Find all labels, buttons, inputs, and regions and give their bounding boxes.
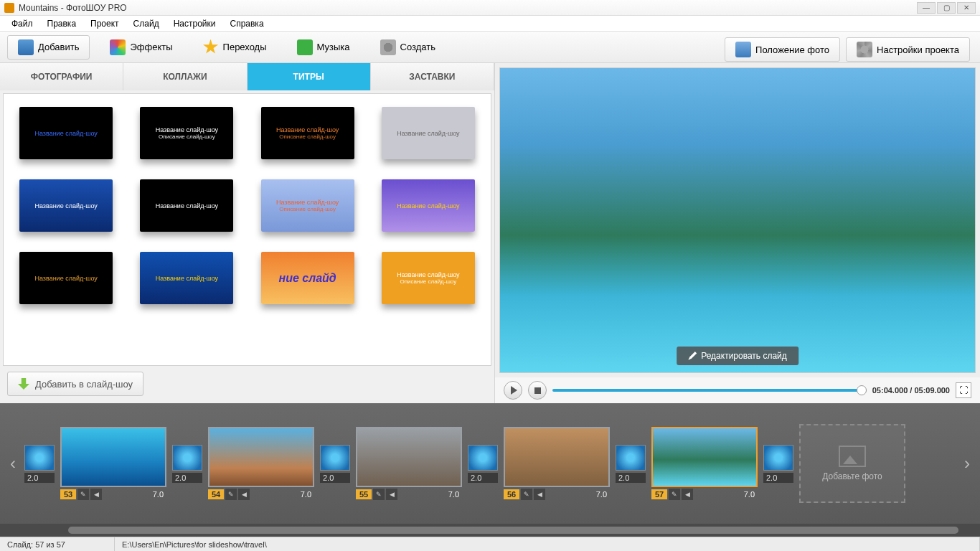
add-label: Добавить bbox=[38, 42, 79, 52]
add-button[interactable]: Добавить bbox=[7, 35, 90, 60]
transitions-button[interactable]: Переходы bbox=[193, 35, 277, 60]
minimize-button[interactable]: — bbox=[917, 2, 936, 14]
slide-thumbnail[interactable] bbox=[208, 427, 314, 487]
template-title-line: Название слайд-шоу bbox=[276, 199, 339, 206]
slide-duration: 7.0 bbox=[596, 490, 610, 499]
preview-panel: Положение фото Настройки проекта Редакти… bbox=[495, 63, 980, 403]
edit-slide-button[interactable]: Редактировать слайд bbox=[677, 347, 798, 365]
menu-help[interactable]: Справка bbox=[222, 17, 270, 30]
slide-thumbnail[interactable] bbox=[356, 427, 462, 487]
template-subtitle-line: Описание слайд-шоу bbox=[400, 278, 457, 285]
maximize-button[interactable]: ▢ bbox=[937, 2, 956, 14]
left-panel: ФОТОГРАФИИ КОЛЛАЖИ ТИТРЫ ЗАСТАВКИ Назван… bbox=[0, 63, 495, 403]
slide-sound-icon[interactable]: ◀ bbox=[534, 489, 545, 500]
title-template-9[interactable]: Название слайд-шоу bbox=[140, 252, 233, 304]
slide-sound-icon[interactable]: ◀ bbox=[682, 489, 693, 500]
title-template-1[interactable]: Название слайд-шоуОписание слайд-шоу bbox=[140, 107, 233, 159]
gear-icon bbox=[380, 39, 396, 55]
create-label: Создать bbox=[400, 42, 435, 52]
transition-duration: 2.0 bbox=[172, 473, 202, 483]
transition-thumb[interactable] bbox=[616, 445, 646, 471]
slide-edit-icon[interactable]: ✎ bbox=[669, 489, 680, 500]
transition-3: 2.0 bbox=[468, 445, 498, 483]
subtab-titles[interactable]: ТИТРЫ bbox=[248, 63, 371, 90]
slide-edit-icon[interactable]: ✎ bbox=[521, 489, 532, 500]
timeline-scrollbar[interactable] bbox=[0, 524, 980, 537]
add-photo-slot[interactable]: Добавьте фото bbox=[799, 424, 905, 503]
title-template-6[interactable]: Название слайд-шоуОписание слайд-шоу bbox=[261, 179, 354, 232]
photo-position-button[interactable]: Положение фото bbox=[725, 37, 840, 62]
slide-thumbnail[interactable] bbox=[60, 427, 166, 487]
menu-edit[interactable]: Правка bbox=[40, 17, 84, 30]
timeline-prev-button[interactable]: ‹ bbox=[7, 453, 19, 474]
seek-handle[interactable] bbox=[857, 385, 867, 395]
stop-icon bbox=[534, 387, 541, 394]
title-template-3[interactable]: Название слайд-шоу bbox=[382, 107, 475, 159]
transition-thumb[interactable] bbox=[24, 445, 55, 471]
subtab-photos[interactable]: ФОТОГРАФИИ bbox=[0, 63, 123, 90]
add-to-slideshow-label: Добавить в слайд-шоу bbox=[35, 379, 133, 390]
slide-thumbnail[interactable] bbox=[651, 427, 758, 487]
image-placeholder-icon bbox=[839, 446, 866, 467]
slide-sound-icon[interactable]: ◀ bbox=[90, 489, 102, 500]
slide-duration: 7.0 bbox=[448, 490, 462, 499]
slide-thumbnail[interactable] bbox=[504, 427, 610, 487]
transition-duration: 2.0 bbox=[320, 473, 350, 483]
menu-settings[interactable]: Настройки bbox=[166, 17, 223, 30]
template-title-line: ние слайд bbox=[279, 272, 336, 285]
slide-sound-icon[interactable]: ◀ bbox=[238, 489, 250, 500]
menu-slide[interactable]: Слайд bbox=[126, 17, 166, 30]
title-template-7[interactable]: Название слайд-шоу bbox=[382, 179, 475, 232]
seek-bar[interactable] bbox=[552, 389, 867, 392]
slide-meta: 55✎◀7.0 bbox=[356, 489, 462, 500]
title-template-5[interactable]: Название слайд-шоу bbox=[140, 179, 233, 232]
slide-card-56: 56✎◀7.0 bbox=[504, 427, 610, 500]
slide-card-53: 53✎◀7.0 bbox=[60, 427, 166, 500]
transition-thumb[interactable] bbox=[468, 445, 498, 471]
settings-icon bbox=[857, 42, 872, 57]
slide-edit-icon[interactable]: ✎ bbox=[373, 489, 385, 500]
template-subtitle-line: Описание слайд-шоу bbox=[279, 133, 336, 140]
transition-duration: 2.0 bbox=[763, 473, 793, 483]
add-to-slideshow-button[interactable]: Добавить в слайд-шоу bbox=[7, 372, 143, 396]
close-button[interactable]: ✕ bbox=[957, 2, 976, 14]
template-subtitle-line: Описание слайд-шоу bbox=[159, 133, 215, 140]
title-template-2[interactable]: Название слайд-шоуОписание слайд-шоу bbox=[261, 107, 354, 159]
transition-duration: 2.0 bbox=[24, 473, 55, 483]
slide-number: 55 bbox=[356, 489, 372, 499]
subtab-intros[interactable]: ЗАСТАВКИ bbox=[371, 63, 494, 90]
transitions-label: Переходы bbox=[223, 42, 267, 52]
transition-thumb[interactable] bbox=[320, 445, 350, 471]
slide-number: 53 bbox=[60, 489, 76, 499]
menu-project[interactable]: Проект bbox=[83, 17, 126, 30]
title-template-8[interactable]: Название слайд-шоу bbox=[19, 252, 113, 304]
stop-button[interactable] bbox=[528, 381, 547, 400]
slide-sound-icon[interactable]: ◀ bbox=[386, 489, 397, 500]
slide-edit-icon[interactable]: ✎ bbox=[225, 489, 237, 500]
fullscreen-button[interactable]: ⛶ bbox=[956, 382, 971, 398]
timeline-next-button[interactable]: › bbox=[961, 453, 973, 474]
title-template-0[interactable]: Название слайд-шоу bbox=[19, 107, 113, 159]
palette-icon bbox=[110, 39, 126, 55]
music-button[interactable]: Музыка bbox=[287, 35, 360, 60]
camera-icon bbox=[18, 39, 34, 55]
slide-meta: 54✎◀7.0 bbox=[208, 489, 314, 500]
slide-edit-icon[interactable]: ✎ bbox=[77, 489, 89, 500]
transition-thumb[interactable] bbox=[763, 445, 793, 471]
timeline-scroll-thumb[interactable] bbox=[68, 527, 958, 534]
project-settings-button[interactable]: Настройки проекта bbox=[846, 37, 970, 62]
star-icon bbox=[203, 39, 219, 55]
create-button[interactable]: Создать bbox=[370, 35, 446, 60]
effects-button[interactable]: Эффекты bbox=[100, 35, 182, 60]
preview-viewport: Редактировать слайд bbox=[499, 67, 976, 373]
add-photo-label: Добавьте фото bbox=[822, 471, 882, 481]
subtab-collages[interactable]: КОЛЛАЖИ bbox=[123, 63, 247, 90]
title-template-10[interactable]: ние слайд bbox=[261, 252, 354, 304]
title-template-11[interactable]: Название слайд-шоуОписание слайд-шоу bbox=[382, 252, 475, 304]
title-template-4[interactable]: Название слайд-шоу bbox=[19, 179, 113, 232]
transition-thumb[interactable] bbox=[172, 445, 202, 471]
play-button[interactable] bbox=[504, 381, 522, 400]
timeline: ‹ 2.053✎◀7.02.054✎◀7.02.055✎◀7.02.056✎◀7… bbox=[0, 403, 980, 524]
menubar: Файл Правка Проект Слайд Настройки Справ… bbox=[0, 16, 980, 32]
menu-file[interactable]: Файл bbox=[4, 17, 40, 30]
